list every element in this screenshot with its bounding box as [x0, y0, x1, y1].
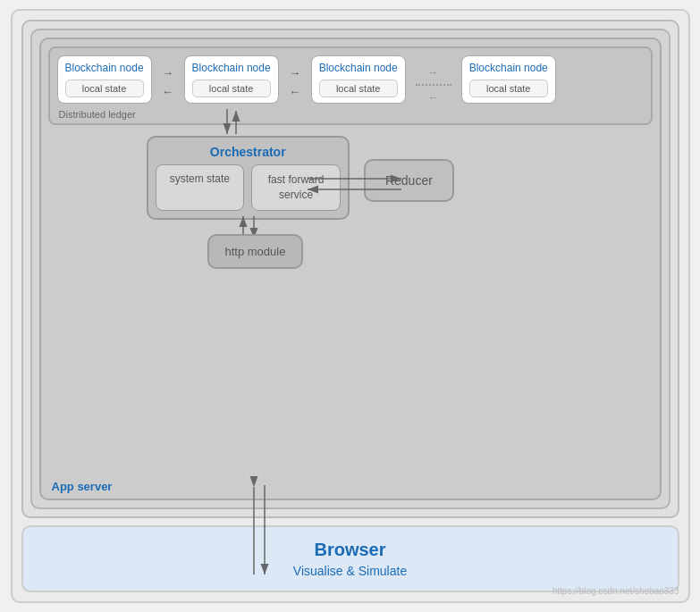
system-state-box: system state — [156, 164, 245, 211]
orchestrator-box: Orchestrator system state fast forward s… — [147, 136, 350, 220]
left-arrow-icon: ← — [162, 85, 173, 98]
http-module-box: http module — [207, 234, 304, 269]
bn1-title: Blockchain node — [65, 62, 144, 76]
blockchain-node-3: Blockchain node local state — [311, 55, 406, 104]
browser-section: Browser Visualise & Simulate — [21, 525, 679, 592]
appserver-label: App server — [52, 480, 113, 493]
bn2-title: Blockchain node — [192, 62, 271, 76]
left-arrow-2-icon: ← — [289, 85, 300, 98]
left-dotted-arrow-icon: ← — [428, 91, 439, 104]
distributed-ledger: Distributed ledger Blockchain node local… — [48, 46, 653, 125]
arrow-1-2: → ← — [157, 55, 179, 98]
middle-section: Orchestrator system state fast forward s… — [48, 136, 653, 220]
bn3-state: local state — [319, 80, 398, 97]
blockchain-node-4: Blockchain node local state — [461, 55, 556, 104]
cloud-layer: Cloud Container App server Distributed l… — [21, 20, 679, 518]
ffs-box: fast forward service — [251, 164, 341, 211]
svg-marker-8 — [247, 485, 254, 490]
right-arrow-2-icon: → — [289, 66, 300, 80]
orchestrator-inner: system state fast forward service — [156, 164, 341, 211]
bn4-state: local state — [469, 80, 548, 97]
bn2-state: local state — [192, 80, 271, 97]
right-dotted-arrow-icon: → — [427, 66, 439, 79]
arrow-2-3: → ← — [284, 55, 306, 98]
dotted-line — [416, 84, 451, 86]
bn3-title: Blockchain node — [319, 62, 398, 76]
watermark: https://blog.csdn.net/shebao333 — [552, 586, 679, 596]
distributed-ledger-label: Distributed ledger — [59, 109, 136, 120]
browser-title: Browser — [314, 540, 385, 560]
dotted-arrows: → ← — [411, 55, 456, 104]
orchestrator-title: Orchestrator — [156, 145, 341, 159]
bn4-title: Blockchain node — [469, 62, 548, 76]
svg-marker-9 — [247, 485, 254, 490]
http-module-row: http module — [48, 234, 653, 269]
blockchain-node-1: Blockchain node local state — [57, 55, 152, 104]
reducer-box: Reducer — [364, 159, 454, 202]
browser-subtitle: Visualise & Simulate — [293, 564, 407, 578]
container-layer: Container App server Distributed ledger … — [30, 29, 670, 509]
bn1-state: local state — [65, 80, 144, 97]
right-arrow-icon: → — [162, 66, 173, 80]
appserver-layer: App server Distributed ledger Blockchain… — [39, 38, 662, 500]
blockchain-node-2: Blockchain node local state — [184, 55, 279, 104]
